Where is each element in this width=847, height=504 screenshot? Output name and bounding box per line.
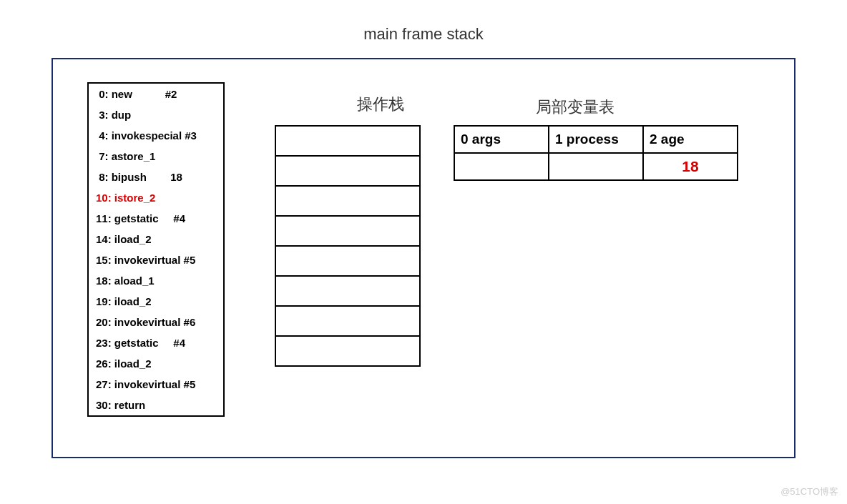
locals-value-1: [549, 153, 643, 180]
locals-header-1: 1 process: [549, 126, 643, 153]
operand-stack: [275, 125, 421, 367]
stack-cell: [276, 247, 419, 277]
bytecode-line: 20: invokevirtual #6: [89, 312, 223, 332]
stack-cell: [276, 307, 419, 337]
bytecode-line: 3: dup: [89, 104, 223, 125]
stack-cell: [276, 217, 419, 247]
stack-cell: [276, 187, 419, 217]
page-title: main frame stack: [0, 0, 847, 58]
bytecode-line: 19: iload_2: [89, 291, 223, 312]
stack-cell: [276, 157, 419, 187]
bytecode-list: 0: new #2 3: dup 4: invokespecial #3 7: …: [87, 82, 225, 417]
bytecode-line: 27: invokevirtual #5: [89, 374, 223, 395]
locals-title: 局部变量表: [536, 97, 615, 118]
operand-stack-title: 操作栈: [357, 94, 404, 115]
locals-header-row: 0 args 1 process 2 age: [454, 126, 738, 153]
bytecode-line: 11: getstatic #4: [89, 208, 223, 229]
locals-header-0: 0 args: [454, 126, 549, 153]
stack-cell: [276, 337, 419, 367]
locals-value-row: 18: [454, 153, 738, 180]
bytecode-line: 4: invokespecial #3: [89, 125, 223, 146]
bytecode-line: 7: astore_1: [89, 146, 223, 167]
stack-cell: [276, 127, 419, 157]
stack-cell: [276, 277, 419, 307]
locals-value-2: 18: [643, 153, 738, 180]
locals-header-2: 2 age: [643, 126, 738, 153]
bytecode-line: 8: bipush 18: [89, 167, 223, 187]
bytecode-line: 0: new #2: [89, 84, 223, 104]
bytecode-line: 18: aload_1: [89, 270, 223, 291]
bytecode-line: 14: iload_2: [89, 229, 223, 249]
bytecode-line: 10: istore_2: [89, 187, 223, 208]
bytecode-line: 26: iload_2: [89, 353, 223, 374]
locals-value-0: [454, 153, 549, 180]
bytecode-line: 30: return: [89, 395, 223, 415]
main-frame: 0: new #2 3: dup 4: invokespecial #3 7: …: [52, 58, 795, 458]
bytecode-line: 23: getstatic #4: [89, 332, 223, 353]
watermark: @51CTO博客: [780, 485, 838, 498]
bytecode-line: 15: invokevirtual #5: [89, 249, 223, 270]
locals-table: 0 args 1 process 2 age 18: [454, 125, 738, 181]
